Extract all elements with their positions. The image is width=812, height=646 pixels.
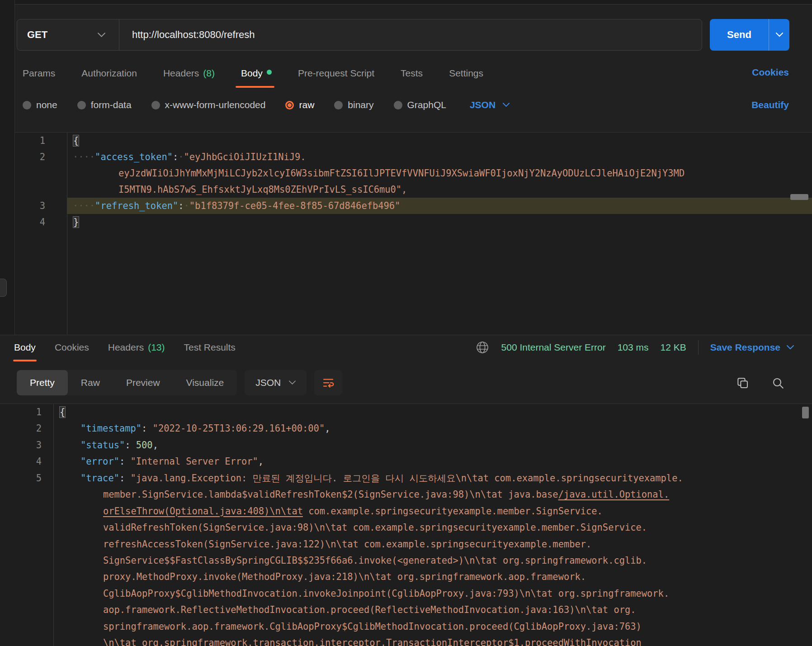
body-mode-label: raw bbox=[299, 100, 314, 110]
body-mode-x-www-form-urlencoded[interactable]: x-www-form-urlencoded bbox=[151, 100, 266, 110]
code-token: : bbox=[173, 152, 178, 162]
tab-settings[interactable]: Settings bbox=[449, 68, 483, 79]
code-token: validRefreshToken(SignService.java:98)\n… bbox=[103, 522, 647, 533]
tab-headers[interactable]: Headers(8) bbox=[163, 68, 215, 79]
view-tab-visualize[interactable]: Visualize bbox=[173, 370, 237, 395]
view-tab-preview[interactable]: Preview bbox=[113, 370, 173, 395]
stack-trace-link[interactable]: orElseThrow(Optional.java:408)\n\tat bbox=[103, 506, 303, 517]
url-input[interactable]: http://localhost:8080/refresh bbox=[119, 19, 702, 50]
line-number bbox=[15, 181, 45, 198]
stack-trace-link[interactable]: /java.util.Optional. bbox=[558, 489, 670, 500]
code-token: \n\tat org.springframework.transaction.i… bbox=[103, 637, 642, 646]
copy-response-button[interactable] bbox=[734, 375, 751, 392]
send-label: Send bbox=[727, 29, 751, 41]
save-response-button[interactable]: Save Response bbox=[710, 342, 794, 353]
code-token: "error" bbox=[80, 456, 119, 467]
code-line: orElseThrow(Optional.java:408)\n\tat com… bbox=[0, 503, 812, 519]
code-line: 2····"access_token":·"eyJhbGciOiJIUzI1Ni… bbox=[15, 149, 812, 165]
line-number: 2 bbox=[0, 420, 42, 437]
tab-body[interactable]: Body bbox=[241, 68, 272, 79]
body-mode-label: form-data bbox=[91, 100, 132, 110]
search-response-button[interactable] bbox=[770, 375, 787, 392]
tab-headers[interactable]: Headers(13) bbox=[108, 342, 165, 353]
code-token: ···· bbox=[73, 200, 95, 211]
line-number: 2 bbox=[15, 149, 45, 165]
response-format-dropdown[interactable]: JSON bbox=[245, 370, 307, 395]
code-token: I5MTN9.hAbS7wS_EhfsxktJyLxq8Ms0ZEhVPrIvL… bbox=[118, 184, 407, 195]
code-token: "eyJhbGciOiJIUzI1NiJ9. bbox=[184, 152, 306, 162]
tab-body[interactable]: Body bbox=[14, 342, 36, 353]
network-globe-icon[interactable] bbox=[475, 340, 490, 355]
send-options-button[interactable] bbox=[769, 19, 789, 51]
raw-language-label: JSON bbox=[470, 100, 496, 110]
tab-authorization[interactable]: Authorization bbox=[81, 68, 137, 79]
code-line: 4} bbox=[15, 214, 812, 230]
code-token: } bbox=[73, 216, 79, 228]
radio-icon bbox=[23, 101, 31, 109]
tab-label: Params bbox=[23, 68, 55, 79]
request-body-editor[interactable]: 1{2····"access_token":·"eyJhbGciOiJIUzI1… bbox=[15, 133, 812, 334]
code-token: : bbox=[125, 440, 136, 451]
code-content: springframework.aop.framework.CglibAopPr… bbox=[53, 618, 812, 635]
body-mode-form-data[interactable]: form-data bbox=[77, 100, 132, 110]
method-selector[interactable]: GET bbox=[17, 19, 119, 50]
line-number bbox=[0, 552, 42, 569]
tab-pre-request-script[interactable]: Pre-request Script bbox=[298, 68, 374, 79]
code-content: ····"refresh_token":·"b1f8379f-ce05-4fee… bbox=[67, 198, 812, 214]
code-line: I5MTN9.hAbS7wS_EhfsxktJyLxq8Ms0ZEhVPrIvL… bbox=[15, 181, 812, 198]
code-token: CglibAopProxy$CglibMethodInvocation.invo… bbox=[103, 588, 669, 599]
body-mode-label: GraphQL bbox=[407, 100, 446, 110]
save-response-label: Save Response bbox=[710, 342, 780, 353]
tab-label: Cookies bbox=[55, 342, 89, 353]
radio-icon bbox=[151, 101, 160, 109]
tab-params[interactable]: Params bbox=[23, 68, 55, 79]
line-number: 1 bbox=[15, 133, 45, 149]
body-mode-raw[interactable]: raw bbox=[285, 100, 314, 110]
cookies-link[interactable]: Cookies bbox=[752, 67, 789, 78]
code-content: { bbox=[67, 133, 812, 149]
line-number: 4 bbox=[15, 214, 45, 230]
code-line: 3"status": 500, bbox=[0, 437, 812, 453]
response-section-divider bbox=[0, 335, 812, 335]
view-tab-pretty[interactable]: Pretty bbox=[17, 370, 68, 395]
send-button[interactable]: Send bbox=[710, 19, 769, 51]
code-token: 500 bbox=[136, 440, 153, 451]
format-label: JSON bbox=[255, 377, 281, 388]
code-line: 2"timestamp": "2022-10-25T13:06:29.161+0… bbox=[0, 420, 812, 437]
wrap-text-button[interactable] bbox=[314, 370, 342, 395]
code-token: : bbox=[178, 200, 184, 211]
body-mode-binary[interactable]: binary bbox=[334, 100, 373, 110]
code-content: "error": "Internal Server Error", bbox=[53, 453, 812, 470]
code-content: aop.framework.ReflectiveMethodInvocation… bbox=[53, 602, 812, 618]
view-tab-raw[interactable]: Raw bbox=[68, 370, 113, 395]
code-line: 4"error": "Internal Server Error", bbox=[0, 453, 812, 470]
code-content: I5MTN9.hAbS7wS_EhfsxktJyLxq8Ms0ZEhVPrIvL… bbox=[67, 181, 812, 198]
response-body-editor[interactable]: 1{2"timestamp": "2022-10-25T13:06:29.161… bbox=[0, 404, 812, 646]
line-number bbox=[0, 519, 42, 536]
code-content: orElseThrow(Optional.java:408)\n\tat com… bbox=[53, 503, 812, 519]
code-content: proxy.MethodProxy.invoke(MethodProxy.jav… bbox=[53, 569, 812, 585]
response-time: 103 ms bbox=[618, 342, 649, 353]
body-mode-graphql[interactable]: GraphQL bbox=[394, 100, 446, 110]
chevron-down-icon bbox=[787, 345, 794, 350]
tab-tests[interactable]: Tests bbox=[401, 68, 423, 79]
code-line: \n\tat org.springframework.transaction.i… bbox=[0, 635, 812, 646]
code-token: eyJzdWIiOiJhYmMxMjMiLCJyb2xlcyI6W3sibmFt… bbox=[118, 168, 685, 179]
raw-language-dropdown[interactable]: JSON bbox=[470, 100, 510, 110]
code-token: : bbox=[119, 473, 131, 484]
code-token: , bbox=[258, 456, 264, 467]
chevron-down-icon bbox=[98, 33, 105, 38]
sidebar-collapse-handle[interactable] bbox=[0, 279, 7, 297]
url-value: http://localhost:8080/refresh bbox=[132, 29, 255, 41]
app-window: GET http://localhost:8080/refresh Send P… bbox=[0, 0, 812, 646]
beautify-link[interactable]: Beautify bbox=[751, 100, 789, 110]
code-token: "2022-10-25T13:06:29.161+00:00" bbox=[153, 423, 325, 434]
code-token: "access_token" bbox=[95, 152, 173, 162]
tab-cookies[interactable]: Cookies bbox=[55, 342, 89, 353]
code-token: springframework.aop.framework.CglibAopPr… bbox=[103, 621, 642, 632]
tab-test-results[interactable]: Test Results bbox=[184, 342, 236, 353]
body-mode-none[interactable]: none bbox=[23, 100, 57, 110]
scrollbar-thumb[interactable] bbox=[802, 407, 809, 418]
scrollbar-thumb[interactable] bbox=[790, 194, 808, 200]
line-number: 3 bbox=[0, 437, 42, 453]
